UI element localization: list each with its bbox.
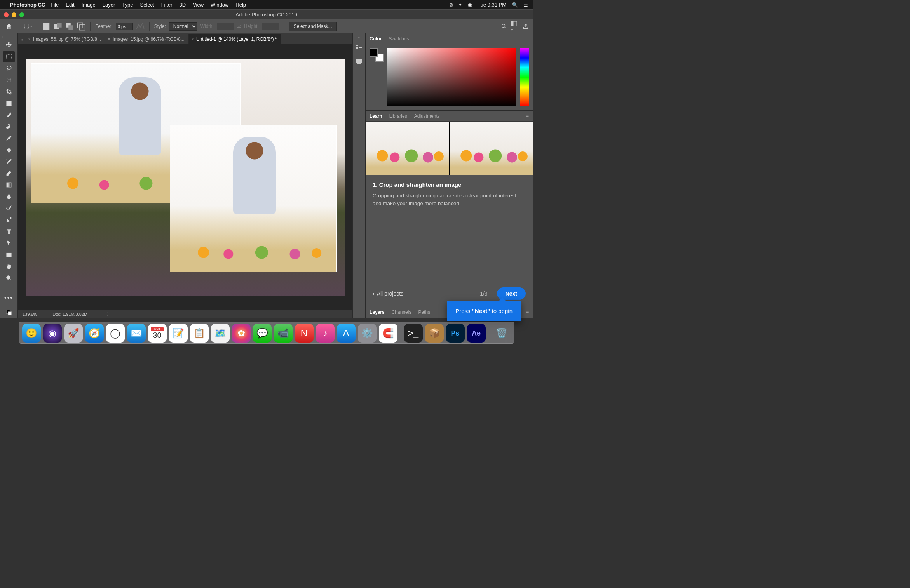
dock-aftereffects[interactable]: Ae — [467, 324, 486, 343]
tab-layers[interactable]: Layers — [370, 310, 385, 315]
marquee-tool-indicator[interactable]: ▾ — [24, 22, 32, 31]
select-and-mask-button[interactable]: Select and Mask... — [289, 22, 337, 31]
quick-select-tool[interactable] — [3, 75, 15, 85]
menu-filter[interactable]: Filter — [161, 2, 173, 8]
dock-music[interactable]: ♪ — [316, 324, 335, 343]
tab-paths[interactable]: Paths — [418, 310, 430, 315]
feather-input[interactable] — [116, 23, 133, 30]
blur-tool[interactable] — [3, 191, 15, 202]
menu-3d[interactable]: 3D — [180, 2, 186, 8]
document-tab[interactable]: ×Images_15.jpg @ 66.7% (RGB/8... — [105, 34, 189, 44]
close-window-button[interactable] — [4, 12, 9, 17]
dock-safari[interactable]: 🧭 — [85, 324, 104, 343]
tab-channels[interactable]: Channels — [392, 310, 411, 315]
panel-menu-icon[interactable]: ≡ — [526, 113, 529, 119]
style-select[interactable]: Normal — [169, 22, 197, 31]
image-layer[interactable] — [170, 125, 337, 272]
menu-layer[interactable]: Layer — [103, 2, 115, 8]
rectangle-tool[interactable] — [3, 249, 15, 260]
menu-file[interactable]: File — [51, 2, 59, 8]
dock-calendar[interactable]: OCT30 — [148, 324, 167, 343]
dock-messages[interactable]: 💬 — [253, 324, 272, 343]
move-tool[interactable] — [3, 40, 15, 50]
dodge-tool[interactable] — [3, 203, 15, 214]
workspace-switcher[interactable]: ▾ — [511, 21, 519, 32]
dock-news[interactable]: N — [295, 324, 314, 343]
dock-chrome[interactable]: ◯ — [106, 324, 125, 343]
dock-mail[interactable]: ✉️ — [127, 324, 146, 343]
document-tab[interactable]: ×Untitled-1 @ 140% (Layer 1, RGB/8*) * — [189, 34, 281, 44]
gradient-tool[interactable] — [3, 179, 15, 190]
dock-siri[interactable]: ◉ — [43, 324, 62, 343]
intersect-selection-icon[interactable] — [77, 22, 85, 31]
search-icon[interactable] — [501, 23, 507, 30]
dock-launchpad[interactable]: 🚀 — [64, 324, 83, 343]
canvas[interactable] — [26, 59, 345, 296]
tab-libraries[interactable]: Libraries — [389, 113, 407, 119]
expand-tabs-icon[interactable]: » — [18, 38, 26, 44]
canvas-viewport[interactable] — [18, 44, 352, 310]
dock-archive[interactable]: 📦 — [425, 324, 444, 343]
frame-tool[interactable] — [3, 98, 15, 109]
airplay-icon[interactable]: ⎚ — [450, 2, 453, 8]
tab-color[interactable]: Color — [370, 36, 382, 42]
menu-view[interactable]: View — [193, 2, 204, 8]
dock-magnet[interactable]: 🧲 — [379, 324, 397, 343]
home-button[interactable] — [4, 21, 14, 31]
dock-terminal[interactable]: >_ — [404, 324, 423, 343]
healing-brush-tool[interactable] — [3, 121, 15, 132]
edit-toolbar-button[interactable]: ••• — [3, 292, 15, 303]
dock-sysprefs[interactable]: ⚙️ — [358, 324, 377, 343]
tab-learn[interactable]: Learn — [370, 113, 382, 119]
zoom-tool[interactable] — [3, 273, 15, 284]
share-icon[interactable] — [523, 23, 529, 30]
dock-finder[interactable]: 🙂 — [22, 324, 41, 343]
dock-photoshop[interactable]: Ps — [446, 324, 465, 343]
properties-panel-icon[interactable] — [355, 57, 363, 65]
close-tab-icon[interactable]: × — [191, 37, 194, 42]
eyedropper-tool[interactable] — [3, 110, 15, 120]
panel-menu-icon[interactable]: ≡ — [526, 310, 529, 315]
subtract-selection-icon[interactable] — [65, 22, 74, 31]
tab-swatches[interactable]: Swatches — [389, 36, 409, 42]
lasso-tool[interactable] — [3, 63, 15, 74]
panel-menu-icon[interactable]: ≡ — [526, 36, 529, 42]
collapse-icon[interactable]: « — [358, 36, 360, 40]
zoom-window-button[interactable] — [19, 12, 24, 17]
type-tool[interactable] — [3, 226, 15, 237]
fg-bg-swatch[interactable] — [370, 48, 384, 62]
app-name[interactable]: Photoshop CC — [10, 2, 45, 8]
menu-window[interactable]: Window — [211, 2, 228, 8]
new-selection-icon[interactable] — [42, 22, 51, 31]
expand-toolbox-icon[interactable]: » — [0, 35, 3, 39]
tab-adjustments[interactable]: Adjustments — [414, 113, 440, 119]
dock-trash[interactable]: 🗑️ — [492, 324, 511, 343]
hue-slider[interactable] — [520, 48, 529, 106]
history-brush-tool[interactable] — [3, 156, 15, 167]
bluetooth-icon[interactable]: ✦ — [458, 2, 462, 8]
cc-icon[interactable]: ◉ — [468, 2, 472, 8]
path-select-tool[interactable] — [3, 238, 15, 249]
history-panel-icon[interactable] — [355, 43, 363, 50]
menu-extras-icon[interactable]: ☰ — [523, 2, 528, 8]
add-selection-icon[interactable] — [54, 22, 62, 31]
dock-reminders[interactable]: 📋 — [190, 324, 209, 343]
dock-maps[interactable]: 🗺️ — [211, 324, 230, 343]
clone-stamp-tool[interactable] — [3, 144, 15, 155]
spotlight-icon[interactable]: 🔍 — [512, 2, 518, 8]
menu-image[interactable]: Image — [82, 2, 96, 8]
pen-tool[interactable] — [3, 214, 15, 225]
brush-tool[interactable] — [3, 133, 15, 144]
zoom-level[interactable]: 139.6% — [23, 312, 37, 317]
eraser-tool[interactable] — [3, 168, 15, 179]
minimize-window-button[interactable] — [12, 12, 16, 17]
clock[interactable]: Tue 9:31 PM — [478, 2, 506, 8]
menu-type[interactable]: Type — [122, 2, 133, 8]
close-tab-icon[interactable]: × — [28, 37, 31, 42]
close-tab-icon[interactable]: × — [108, 37, 110, 42]
dock-facetime[interactable]: 📹 — [274, 324, 293, 343]
dock-appstore[interactable]: A — [337, 324, 356, 343]
status-menu-icon[interactable]: 〉 — [107, 311, 111, 317]
menu-select[interactable]: Select — [140, 2, 154, 8]
color-picker[interactable] — [387, 48, 516, 106]
